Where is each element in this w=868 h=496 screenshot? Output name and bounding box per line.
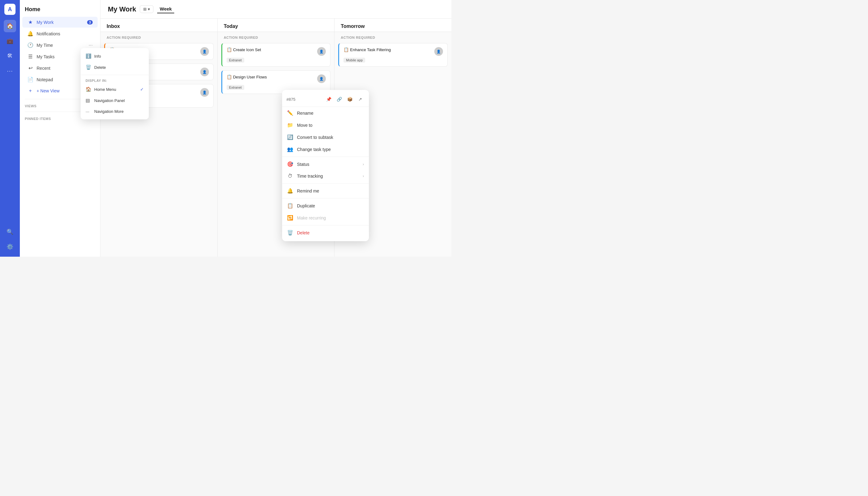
sidebar-item-mywork-label: My Work: [36, 20, 53, 25]
status-chevron: ›: [363, 162, 364, 167]
pin-action-icon[interactable]: 📌: [324, 95, 333, 104]
sidebar-item-mytasks-label: My Tasks: [36, 54, 55, 59]
cm-right-timetracking[interactable]: ⏱ Time tracking ›: [282, 170, 369, 182]
nav-settings-icon[interactable]: ⚙️: [4, 241, 16, 253]
cm-right-delete[interactable]: 🗑️ Delete: [282, 227, 369, 239]
cm-home-menu-icon: 🏠: [86, 87, 91, 92]
cm-nav-more-icon: ···: [86, 109, 91, 114]
task-createicon-avatar: 👤: [317, 47, 326, 56]
cm-nav-more-item[interactable]: ··· Navigation More: [81, 106, 149, 117]
delete-label: Delete: [297, 230, 309, 235]
cm-info-icon: ℹ️: [86, 53, 91, 59]
mytasks-icon: ☰: [27, 53, 33, 60]
cm-info-item[interactable]: ℹ️ Info: [81, 50, 149, 62]
open-action-icon[interactable]: ↗: [356, 95, 365, 104]
cm-home-menu-check: ✓: [140, 87, 144, 92]
cm-home-menu-label: Home Menu: [94, 87, 116, 92]
nav-home-icon[interactable]: 🏠: [4, 20, 16, 32]
task-card-createicon[interactable]: 📋 Create Icon Set 👤 Extranet: [221, 43, 331, 67]
mywork-icon: ★: [27, 19, 33, 25]
task-designflows-icon: 📋: [227, 74, 232, 79]
cm-right-duplicate[interactable]: 📋 Duplicate: [282, 200, 369, 212]
app-logo[interactable]: A: [4, 4, 16, 15]
makerecurring-icon: 🔁: [287, 215, 293, 221]
task-brand-avatar: 👤: [200, 47, 209, 56]
main-header: My Work ⊞ ▾ Week: [100, 0, 451, 19]
sidebar-item-recent-label: Recent: [36, 66, 50, 71]
convert-label: Convert to subtask: [297, 135, 333, 140]
cm-right-changetype[interactable]: 👥 Change task type: [282, 143, 369, 155]
sidebar-item-mytime-label: My Time: [36, 43, 53, 48]
cm-delete-item[interactable]: 🗑️ Delete: [81, 62, 149, 73]
makerecurring-label: Make recurring: [297, 215, 326, 220]
cm-right-divider-3: [282, 198, 369, 198]
cm-nav-panel-item[interactable]: ▤ Navigation Panel: [81, 95, 149, 106]
cm-delete-icon: 🗑️: [86, 64, 91, 70]
context-menu-left: ℹ️ Info 🗑️ Delete DISPLAY IN: 🏠 Home Men…: [81, 48, 149, 119]
notifications-icon: 🔔: [27, 31, 33, 36]
status-icon: 🎯: [287, 161, 293, 167]
wide-sidebar: Home ★ My Work 3 🔔 Notifications 🕐 My Ti…: [20, 0, 100, 257]
view-icon: ⊞: [143, 7, 146, 12]
week-tab[interactable]: Week: [157, 5, 174, 13]
archive-action-icon[interactable]: 📦: [345, 95, 354, 104]
status-label: Status: [297, 162, 309, 167]
task-enhance-title: Enhance Task Filtering: [350, 47, 391, 52]
task-createicon-title: Create Icon Set: [233, 47, 261, 52]
task-enhance-tag: Mobile app: [343, 58, 365, 63]
main-title: My Work: [108, 5, 136, 13]
columns-area: Inbox ACTION REQUIRED 📋 Brand Guidelines…: [100, 19, 451, 257]
cm-right-remindme[interactable]: 🔔 Remind me: [282, 185, 369, 197]
sidebar-item-newview-label: + New View: [36, 88, 60, 93]
context-menu-right: #875 📌 🔗 📦 ↗ ✏️ Rename 📁 Move to 🔄 Conve…: [282, 90, 369, 241]
task-createicon-tag: Extranet: [227, 58, 244, 63]
main-content: My Work ⊞ ▾ Week Inbox ACTION REQUIRED 📋…: [100, 0, 451, 257]
mytime-icon: 🕐: [27, 42, 33, 48]
inbox-column-header: Inbox: [100, 19, 217, 32]
tomorrow-column-header: Tomorrow: [335, 19, 451, 32]
mytime-dots[interactable]: ···: [89, 43, 93, 48]
task-card-enhance[interactable]: 📋 Enhance Task Filtering 👤 Mobile app: [338, 43, 448, 67]
link-action-icon[interactable]: 🔗: [335, 95, 343, 104]
cm-right-divider-4: [282, 225, 369, 226]
cm-right-convert[interactable]: 🔄 Convert to subtask: [282, 131, 369, 143]
remindme-label: Remind me: [297, 188, 319, 193]
cm-right-moveto[interactable]: 📁 Move to: [282, 119, 369, 131]
timetracking-chevron: ›: [363, 174, 364, 178]
cm-right-actions: 📌 🔗 📦 ↗: [324, 95, 365, 104]
delete-icon: 🗑️: [287, 230, 293, 236]
task-designflows-title: Design User Flows: [233, 75, 267, 79]
notepad-icon: 📄: [27, 77, 33, 82]
nav-tools-icon[interactable]: 🛠: [4, 50, 16, 62]
cm-right-status[interactable]: 🎯 Status ›: [282, 158, 369, 170]
newview-icon: +: [27, 88, 33, 94]
cm-right-rename[interactable]: ✏️ Rename: [282, 107, 369, 119]
task-createicon-icon: 📋: [227, 47, 232, 52]
cm-right-header: #875 📌 🔗 📦 ↗: [282, 92, 369, 107]
rename-label: Rename: [297, 111, 313, 115]
moveto-icon: 📁: [287, 122, 293, 128]
cm-divider-1: [81, 75, 149, 75]
view-chevron: ▾: [148, 7, 150, 12]
duplicate-icon: 📋: [287, 203, 293, 208]
task-designflows-tag: Extranet: [227, 85, 244, 90]
view-toggle-button[interactable]: ⊞ ▾: [140, 5, 153, 13]
nav-briefcase-icon[interactable]: 💼: [4, 35, 16, 47]
sidebar-item-mywork[interactable]: ★ My Work 3: [22, 17, 98, 28]
mywork-badge: 3: [87, 20, 93, 25]
nav-more-icon[interactable]: ···: [4, 64, 16, 77]
nav-search-icon[interactable]: 🔍: [4, 226, 16, 238]
today-action-required: ACTION REQUIRED: [218, 32, 335, 41]
recent-icon: ↩: [27, 65, 33, 71]
duplicate-label: Duplicate: [297, 203, 315, 208]
task-entry-avatar: 👤: [200, 88, 209, 97]
moveto-label: Move to: [297, 123, 312, 128]
narrow-sidebar: A 🏠 💼 🛠 ··· 🔍 ⚙️: [0, 0, 20, 257]
changetype-icon: 👥: [287, 146, 293, 152]
timetracking-icon: ⏱: [287, 173, 293, 179]
tomorrow-action-required: ACTION REQUIRED: [335, 32, 451, 41]
sidebar-item-notifications[interactable]: 🔔 Notifications: [22, 28, 98, 39]
cm-home-menu-item[interactable]: 🏠 Home Menu ✓: [81, 84, 149, 95]
rename-icon: ✏️: [287, 110, 293, 116]
task-enhance-icon: 📋: [343, 47, 349, 52]
